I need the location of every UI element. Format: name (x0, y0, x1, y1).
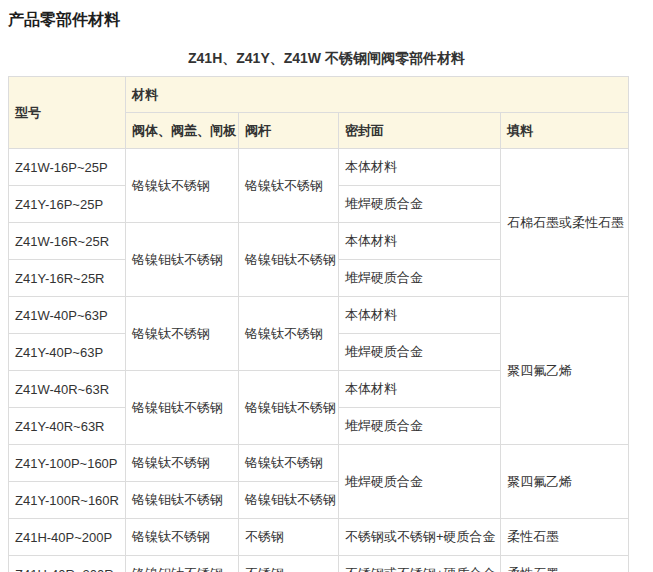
cell-body-bonnet-gate-material: 铬镍钛不锈钢 (126, 519, 239, 556)
cell-stem-material: 铬镍钛不锈钢 (239, 149, 339, 223)
table-row: Z41Y-100P~160P 铬镍钛不锈钢 铬镍钛不锈钢 堆焊硬质合金 聚四氟乙… (9, 445, 629, 482)
cell-body-bonnet-gate-material: 铬镍钛不锈钢 (126, 445, 239, 482)
cell-model: Z41Y-100P~160P (9, 445, 126, 482)
cell-stem-material: 铬镍钛不锈钢 (239, 445, 339, 482)
product-materials-page: 产品零部件材料 Z41H、Z41Y、Z41W 不锈钢闸阀零部件材料 型号 材料 … (0, 0, 653, 572)
cell-model: Z41W-40R~63R (9, 371, 126, 408)
cell-stem-material: 铬镍钼钛不锈钢 (239, 223, 339, 297)
cell-model: Z41W-16R~25R (9, 223, 126, 260)
cell-model: Z41Y-100R~160R (9, 482, 126, 519)
col-header-stem: 阀杆 (239, 113, 339, 149)
cell-sealing-surface-material: 堆焊硬质合金 (339, 334, 501, 371)
cell-model: Z41W-40P~63P (9, 297, 126, 334)
cell-body-bonnet-gate-material: 铬镍钼钛不锈钢 (126, 482, 239, 519)
cell-sealing-surface-material: 堆焊硬质合金 (339, 408, 501, 445)
materials-table: 型号 材料 阀体、阀盖、闸板 阀杆 密封面 填料 Z41W-16P~25P 铬镍… (8, 76, 629, 572)
cell-stem-material: 不锈钢 (239, 556, 339, 572)
header-row-1: 型号 材料 (9, 77, 629, 113)
cell-model: Z41Y-40R~63R (9, 408, 126, 445)
col-header-model: 型号 (9, 77, 126, 149)
table-caption: Z41H、Z41Y、Z41W 不锈钢闸阀零部件材料 (0, 50, 653, 66)
col-header-sealing-surface: 密封面 (339, 113, 501, 149)
cell-model: Z41H-40P~200P (9, 519, 126, 556)
table-row: Z41W-40P~63P 铬镍钛不锈钢 铬镍钛不锈钢 本体材料 聚四氟乙烯 (9, 297, 629, 334)
cell-sealing-surface-material: 本体材料 (339, 149, 501, 186)
cell-packing-material: 聚四氟乙烯 (501, 445, 629, 519)
col-header-body-bonnet-gate: 阀体、阀盖、闸板 (126, 113, 239, 149)
cell-model: Z41Y-40P~63P (9, 334, 126, 371)
cell-model: Z41W-16P~25P (9, 149, 126, 186)
cell-sealing-surface-material: 不锈钢或不锈钢+硬质合金 (339, 519, 501, 556)
cell-body-bonnet-gate-material: 铬镍钛不锈钢 (126, 297, 239, 371)
cell-packing-material: 聚四氟乙烯 (501, 297, 629, 445)
cell-sealing-surface-material: 本体材料 (339, 223, 501, 260)
cell-stem-material: 铬镍钛不锈钢 (239, 297, 339, 371)
cell-stem-material: 铬镍钼钛不锈钢 (239, 482, 339, 519)
cell-stem-material: 不锈钢 (239, 519, 339, 556)
table-row: Z41H-40P~200P 铬镍钛不锈钢 不锈钢 不锈钢或不锈钢+硬质合金 柔性… (9, 519, 629, 556)
cell-packing-material: 柔性石墨 (501, 556, 629, 572)
cell-body-bonnet-gate-material: 铬镍钼钛不锈钢 (126, 371, 239, 445)
cell-body-bonnet-gate-material: 铬镍钼钛不锈钢 (126, 223, 239, 297)
page-title: 产品零部件材料 (8, 10, 653, 29)
col-header-packing: 填料 (501, 113, 629, 149)
cell-sealing-surface-material: 堆焊硬质合金 (339, 260, 501, 297)
cell-packing-material: 石棉石墨或柔性石墨 (501, 149, 629, 297)
cell-sealing-surface-material: 本体材料 (339, 371, 501, 408)
table-row: Z41H-40R~200R 铬镍钼钛不锈钢 不锈钢 不锈钢或不锈钢+硬质合金 柔… (9, 556, 629, 572)
cell-model: Z41Y-16R~25R (9, 260, 126, 297)
cell-sealing-surface-material: 不锈钢或不锈钢+硬质合金 (339, 556, 501, 572)
cell-sealing-surface-material: 堆焊硬质合金 (339, 445, 501, 519)
cell-sealing-surface-material: 本体材料 (339, 297, 501, 334)
cell-packing-material: 柔性石墨 (501, 519, 629, 556)
cell-model: Z41Y-16P~25P (9, 186, 126, 223)
cell-body-bonnet-gate-material: 铬镍钼钛不锈钢 (126, 556, 239, 572)
cell-model: Z41H-40R~200R (9, 556, 126, 572)
cell-body-bonnet-gate-material: 铬镍钛不锈钢 (126, 149, 239, 223)
cell-sealing-surface-material: 堆焊硬质合金 (339, 186, 501, 223)
col-header-material-group: 材料 (126, 77, 629, 113)
cell-stem-material: 铬镍钼钛不锈钢 (239, 371, 339, 445)
table-row: Z41W-16P~25P 铬镍钛不锈钢 铬镍钛不锈钢 本体材料 石棉石墨或柔性石… (9, 149, 629, 186)
